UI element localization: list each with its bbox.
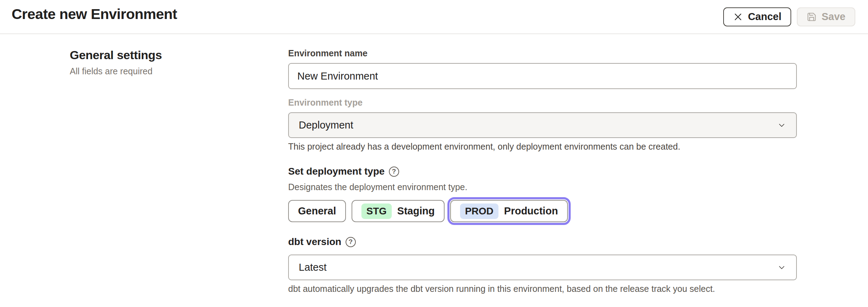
deployment-type-heading: Set deployment type [288,166,385,177]
deployment-option-staging-label: Staging [397,205,435,217]
environment-form: Environment name Environment type Deploy… [288,48,797,307]
save-button-label: Save [822,11,845,23]
production-badge: PROD [460,203,498,219]
header-actions: Cancel Save [723,7,855,26]
deployment-type-section: Set deployment type ? Designates the dep… [288,166,797,222]
deployment-option-staging[interactable]: STG Staging [352,200,445,222]
environment-type-select[interactable]: Deployment [288,112,797,138]
chevron-down-icon [777,263,786,272]
close-icon [733,12,743,22]
deployment-type-options: General STG Staging PROD Production [288,200,797,222]
deployment-option-general-label: General [298,205,336,217]
cancel-button[interactable]: Cancel [723,7,791,26]
main-content: General settings All fields are required… [0,34,868,307]
dbt-version-value: Latest [299,262,327,273]
settings-panel: General settings All fields are required [70,48,218,307]
save-icon [807,12,817,22]
environment-type-field: Environment type Deployment This project… [288,98,797,152]
environment-type-label: Environment type [288,98,797,108]
dbt-version-select[interactable]: Latest [288,255,797,280]
dbt-version-helper: dbt automatically upgrades the dbt versi… [288,284,797,294]
page-title: Create new Environment [12,6,723,23]
environment-type-helper: This project already has a development e… [288,142,797,152]
settings-heading: General settings [70,48,218,62]
deployment-option-production[interactable]: PROD Production [450,200,568,222]
cancel-button-label: Cancel [748,11,781,23]
chevron-down-icon [777,121,786,130]
deployment-type-description: Designates the deployment environment ty… [288,182,797,192]
help-icon[interactable]: ? [389,167,399,177]
environment-name-field: Environment name [288,48,797,89]
environment-type-value: Deployment [299,119,353,131]
page-header: Create new Environment Cancel Save [0,0,868,34]
dbt-version-heading: dbt version [288,236,341,248]
environment-name-label: Environment name [288,48,797,58]
deployment-option-general[interactable]: General [288,200,346,222]
environment-name-input[interactable] [288,63,797,89]
settings-subheading: All fields are required [70,66,218,76]
staging-badge: STG [361,203,392,219]
deployment-option-production-label: Production [504,205,558,217]
dbt-version-section: dbt version ? Latest dbt automatically u… [288,236,797,294]
help-icon[interactable]: ? [346,237,356,247]
save-button[interactable]: Save [797,7,855,26]
